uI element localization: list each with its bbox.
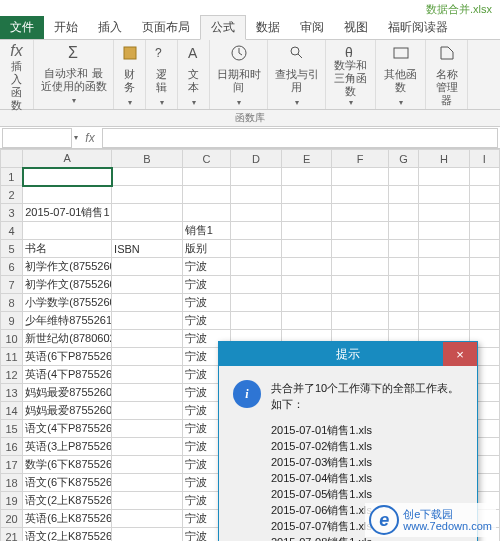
cell[interactable]: 销售1 — [182, 222, 230, 240]
row-header[interactable]: 11 — [1, 348, 23, 366]
cell[interactable] — [469, 240, 499, 258]
cell[interactable] — [469, 276, 499, 294]
cell[interactable]: 宁波 — [182, 258, 230, 276]
cell[interactable] — [281, 186, 332, 204]
cell[interactable] — [231, 276, 282, 294]
row-header[interactable]: 16 — [1, 438, 23, 456]
col-header[interactable]: A — [23, 150, 112, 168]
tab-foxit[interactable]: 福昕阅读器 — [378, 16, 458, 39]
row-header[interactable]: 3 — [1, 204, 23, 222]
cell[interactable] — [281, 294, 332, 312]
cell[interactable] — [419, 294, 470, 312]
row-header[interactable]: 17 — [1, 456, 23, 474]
cell[interactable] — [388, 168, 418, 186]
row-header[interactable]: 10 — [1, 330, 23, 348]
cell[interactable] — [419, 204, 470, 222]
tab-layout[interactable]: 页面布局 — [132, 16, 200, 39]
cell[interactable]: 少年维特875526156 — [23, 312, 112, 330]
col-header[interactable]: C — [182, 150, 230, 168]
cell[interactable] — [332, 258, 389, 276]
cell[interactable]: 语文(6下K875526017 — [23, 474, 112, 492]
cell[interactable] — [281, 222, 332, 240]
cell[interactable] — [182, 204, 230, 222]
cell[interactable]: 书名 — [23, 240, 112, 258]
cell[interactable] — [231, 204, 282, 222]
cell[interactable] — [112, 186, 183, 204]
col-header[interactable]: H — [419, 150, 470, 168]
cell[interactable] — [332, 294, 389, 312]
row-header[interactable]: 18 — [1, 474, 23, 492]
cell[interactable] — [112, 492, 183, 510]
row-header[interactable]: 21 — [1, 528, 23, 542]
cell[interactable] — [419, 222, 470, 240]
cell[interactable] — [231, 312, 282, 330]
cell[interactable] — [182, 168, 230, 186]
cell[interactable] — [23, 222, 112, 240]
cell[interactable]: 初学作文(875526030 — [23, 276, 112, 294]
cell[interactable] — [112, 456, 183, 474]
row-header[interactable]: 19 — [1, 492, 23, 510]
cell[interactable] — [182, 186, 230, 204]
cell[interactable]: 语文(2上K875526017 — [23, 528, 112, 542]
cell[interactable]: 英语(3上P875526017 — [23, 438, 112, 456]
ribbon-name-manager[interactable]: 名称管理器 — [426, 40, 468, 109]
cell[interactable] — [281, 204, 332, 222]
col-header[interactable]: D — [231, 150, 282, 168]
cell[interactable]: 宁波 — [182, 312, 230, 330]
cell[interactable]: 初学作文(875526030 — [23, 258, 112, 276]
row-header[interactable]: 15 — [1, 420, 23, 438]
ribbon-math[interactable]: θ 数学和三角函数▾ — [326, 40, 376, 109]
row-header[interactable]: 12 — [1, 366, 23, 384]
dialog-titlebar[interactable]: 提示 × — [219, 342, 477, 366]
cell[interactable]: 宁波 — [182, 294, 230, 312]
tab-insert[interactable]: 插入 — [88, 16, 132, 39]
cell[interactable] — [332, 240, 389, 258]
tab-file[interactable]: 文件 — [0, 16, 44, 39]
cell[interactable] — [281, 168, 332, 186]
cell[interactable] — [388, 204, 418, 222]
cell[interactable] — [112, 366, 183, 384]
formula-input[interactable] — [102, 128, 498, 148]
tab-view[interactable]: 视图 — [334, 16, 378, 39]
cell[interactable] — [469, 204, 499, 222]
cell[interactable] — [332, 276, 389, 294]
cell[interactable] — [112, 294, 183, 312]
cell[interactable] — [419, 168, 470, 186]
cell[interactable] — [112, 168, 183, 186]
col-header[interactable]: F — [332, 150, 389, 168]
cell[interactable] — [112, 402, 183, 420]
cell[interactable]: 妈妈最爱875526011 — [23, 384, 112, 402]
cell[interactable] — [112, 330, 183, 348]
cell[interactable] — [469, 168, 499, 186]
ribbon-logical[interactable]: ? 逻辑▾ — [146, 40, 178, 109]
cell[interactable] — [332, 204, 389, 222]
cell[interactable] — [112, 474, 183, 492]
name-box[interactable] — [2, 128, 72, 148]
cell[interactable] — [469, 186, 499, 204]
cell[interactable] — [388, 222, 418, 240]
cell[interactable] — [231, 240, 282, 258]
cell[interactable] — [469, 312, 499, 330]
cell[interactable] — [388, 258, 418, 276]
row-header[interactable]: 2 — [1, 186, 23, 204]
cell[interactable] — [112, 204, 183, 222]
row-header[interactable]: 7 — [1, 276, 23, 294]
ribbon-financial[interactable]: 财务▾ — [114, 40, 146, 109]
row-header[interactable]: 9 — [1, 312, 23, 330]
cell[interactable] — [112, 420, 183, 438]
row-header[interactable]: 14 — [1, 402, 23, 420]
row-header[interactable]: 13 — [1, 384, 23, 402]
ribbon-datetime[interactable]: 日期和时间▾ — [210, 40, 268, 109]
cell[interactable] — [281, 312, 332, 330]
cell[interactable] — [231, 258, 282, 276]
row-header[interactable]: 6 — [1, 258, 23, 276]
cell[interactable] — [419, 258, 470, 276]
cell[interactable] — [23, 186, 112, 204]
select-all-corner[interactable] — [1, 150, 23, 168]
cell[interactable] — [281, 240, 332, 258]
row-header[interactable]: 8 — [1, 294, 23, 312]
cell[interactable] — [469, 294, 499, 312]
spreadsheet-grid[interactable]: A B C D E F G H I 1232015-07-01销售14销售15书… — [0, 149, 500, 541]
cell[interactable] — [112, 510, 183, 528]
col-header[interactable]: G — [388, 150, 418, 168]
